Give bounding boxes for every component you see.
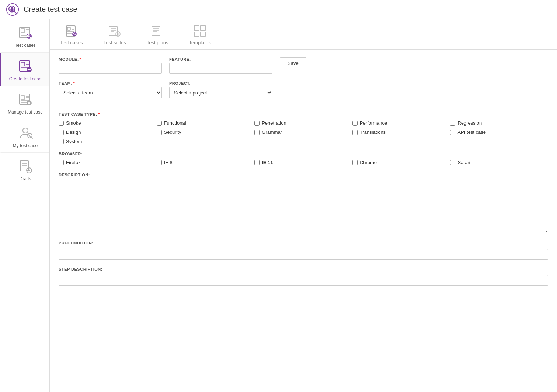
divider-1 bbox=[59, 106, 548, 106]
svg-point-51 bbox=[28, 170, 30, 171]
feature-input[interactable] bbox=[169, 63, 272, 74]
tab-test-cases[interactable]: Test cases bbox=[50, 19, 93, 50]
svg-point-41 bbox=[27, 103, 27, 103]
svg-point-38 bbox=[28, 102, 30, 104]
module-group: MODULE:* bbox=[59, 57, 162, 74]
browser-label-ie-8: IE 8 bbox=[164, 160, 173, 165]
test-case-type-item: Penetration bbox=[254, 120, 352, 126]
test-case-type-checkbox-system[interactable] bbox=[59, 139, 64, 144]
sidebar: Test cases Create test case bbox=[0, 19, 50, 392]
sidebar-item-create-test-case[interactable]: Create test case bbox=[0, 53, 49, 86]
browser-item: IE 11 bbox=[254, 160, 352, 165]
browser-item: Chrome bbox=[352, 160, 450, 165]
sidebar-item-drafts[interactable]: Drafts bbox=[0, 153, 49, 186]
top-header: Create test case bbox=[0, 0, 557, 19]
test-cases-icon bbox=[17, 24, 34, 41]
tab-test-suites[interactable]: Test suites bbox=[93, 19, 136, 50]
test-case-type-item: API test case bbox=[450, 129, 548, 135]
test-case-type-checkbox-design[interactable] bbox=[59, 130, 64, 135]
sidebar-manage-label: Manage test case bbox=[8, 110, 43, 115]
manage-test-case-icon bbox=[17, 91, 34, 107]
tab-templates[interactable]: Templates bbox=[178, 19, 221, 50]
test-case-type-checkbox-security[interactable] bbox=[157, 130, 162, 135]
tab-templates-icon bbox=[193, 24, 206, 38]
test-case-type-checkbox-translations[interactable] bbox=[352, 130, 358, 135]
test-case-type-label-penetration: Penetration bbox=[262, 120, 286, 126]
test-case-type-grid: SmokeFunctionalPenetrationPerformanceReg… bbox=[59, 120, 548, 144]
precondition-section: PRECONDITION: bbox=[59, 241, 548, 260]
browser-checkbox-safari[interactable] bbox=[450, 160, 455, 165]
test-case-type-checkbox-penetration[interactable] bbox=[254, 121, 260, 126]
test-case-type-item: Design bbox=[59, 129, 157, 135]
team-group: TEAM:* Select a team bbox=[59, 81, 162, 98]
feature-label: FEATURE: bbox=[169, 57, 272, 62]
test-case-type-item: Functional bbox=[157, 120, 255, 126]
svg-line-2 bbox=[14, 11, 17, 13]
svg-rect-4 bbox=[11, 8, 13, 11]
nav-tabs: Test cases Test suites bbox=[50, 19, 557, 50]
test-case-type-label-system: System bbox=[66, 139, 82, 144]
browser-item: Safari bbox=[450, 160, 548, 165]
test-case-type-checkbox-performance[interactable] bbox=[352, 121, 358, 126]
sidebar-item-manage-test-case[interactable]: Manage test case bbox=[0, 86, 49, 119]
form-area: MODULE:* FEATURE: Save T bbox=[50, 50, 557, 301]
sidebar-item-my-test-case[interactable]: My test case bbox=[0, 119, 49, 153]
browser-checkbox-ie-8[interactable] bbox=[157, 160, 162, 165]
browser-section: BROWSER: FirefoxIE 8IE 11ChromeSafari bbox=[59, 152, 548, 165]
svg-rect-21 bbox=[28, 36, 29, 37]
test-case-type-item: Security bbox=[157, 129, 255, 135]
browser-label-ie-11: IE 11 bbox=[262, 160, 273, 165]
test-case-type-checkbox-api-test-case[interactable] bbox=[450, 130, 455, 135]
test-case-type-label-performance: Performance bbox=[360, 120, 387, 126]
browser-checkbox-ie-11[interactable] bbox=[254, 160, 260, 165]
test-case-type-checkbox-functional[interactable] bbox=[157, 121, 162, 126]
content-area: Test cases Test suites bbox=[50, 19, 557, 392]
save-button[interactable]: Save bbox=[280, 57, 306, 69]
svg-point-43 bbox=[23, 128, 28, 133]
team-project-row: TEAM:* Select a team PROJECT: Select a p… bbox=[59, 81, 548, 98]
browser-label-firefox: Firefox bbox=[66, 160, 81, 165]
tab-test-plans-icon bbox=[151, 24, 164, 38]
precondition-label: PRECONDITION: bbox=[59, 241, 548, 245]
test-case-type-item: Translations bbox=[352, 129, 450, 135]
svg-rect-57 bbox=[67, 27, 70, 30]
page-title: Create test case bbox=[24, 5, 77, 14]
svg-point-62 bbox=[72, 32, 77, 36]
description-textarea[interactable] bbox=[59, 181, 548, 232]
sidebar-my-label: My test case bbox=[13, 143, 38, 149]
project-label: PROJECT: bbox=[169, 81, 272, 86]
sidebar-create-label: Create test case bbox=[9, 76, 41, 82]
svg-line-45 bbox=[31, 137, 32, 138]
feature-group: FEATURE: bbox=[169, 57, 272, 74]
test-case-type-checkbox-smoke[interactable] bbox=[59, 121, 64, 126]
tab-test-cases-icon bbox=[65, 24, 78, 38]
tab-test-cases-label: Test cases bbox=[60, 40, 83, 45]
module-input[interactable] bbox=[59, 63, 162, 74]
description-section: DESCRIPTION: bbox=[59, 173, 548, 233]
project-select[interactable]: Select a project bbox=[169, 87, 272, 98]
svg-rect-54 bbox=[27, 170, 28, 171]
main-layout: Test cases Create test case bbox=[0, 19, 557, 392]
browser-grid: FirefoxIE 8IE 11ChromeSafari bbox=[59, 160, 548, 165]
test-case-type-label-security: Security bbox=[164, 129, 181, 135]
test-case-type-checkbox-regression[interactable] bbox=[450, 121, 455, 126]
browser-checkbox-firefox[interactable] bbox=[59, 160, 64, 165]
test-case-type-label-regression: Regression bbox=[457, 120, 482, 126]
svg-rect-55 bbox=[31, 170, 32, 171]
test-case-type-label: TEST CASE TYPE:* bbox=[59, 112, 548, 117]
test-case-type-checkbox-grammar[interactable] bbox=[254, 130, 260, 135]
svg-rect-77 bbox=[194, 32, 199, 37]
tab-test-plans[interactable]: Test plans bbox=[136, 19, 179, 50]
test-case-type-label-api-test-case: API test case bbox=[457, 129, 486, 135]
precondition-input[interactable] bbox=[59, 249, 548, 260]
test-case-type-label-translations: Translations bbox=[360, 129, 386, 135]
module-label: MODULE:* bbox=[59, 57, 162, 62]
browser-checkbox-chrome[interactable] bbox=[352, 160, 358, 165]
browser-item: IE 8 bbox=[157, 160, 255, 165]
svg-point-39 bbox=[29, 101, 29, 101]
tab-test-plans-label: Test plans bbox=[147, 40, 168, 45]
step-description-input[interactable] bbox=[59, 275, 548, 286]
team-select[interactable]: Select a team bbox=[59, 87, 162, 98]
test-case-type-label-functional: Functional bbox=[164, 120, 186, 126]
sidebar-item-test-cases[interactable]: Test cases bbox=[0, 19, 49, 53]
